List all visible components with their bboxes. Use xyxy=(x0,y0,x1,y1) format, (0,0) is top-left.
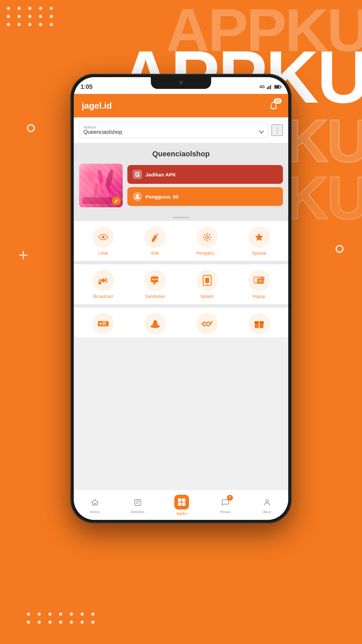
edit-icon xyxy=(150,232,160,242)
apk-icon xyxy=(133,170,142,179)
jadikan-apk-label: Jadikan APK xyxy=(145,172,176,177)
menu-grid-2: Broadcast xyxy=(79,270,283,299)
app-thumbnail[interactable] xyxy=(79,164,123,207)
settings-icon xyxy=(202,232,212,242)
svg-point-35 xyxy=(100,323,102,325)
jadikan-apk-button[interactable]: Jadikan APK xyxy=(127,165,283,184)
akun-nav-icon xyxy=(261,496,273,508)
sambutan-icon-circle xyxy=(144,270,166,291)
pencil-icon xyxy=(114,199,118,203)
status-icons: 4G xyxy=(259,85,282,89)
gift-icon-circle xyxy=(248,313,270,334)
svg-point-7 xyxy=(273,109,274,110)
pengatur-label: Pengatur... xyxy=(196,251,218,256)
menu-item-splash[interactable]: Splash xyxy=(183,270,231,299)
menu-section-2: Broadcast xyxy=(74,264,288,304)
app-card-title: Queenciaolshop xyxy=(79,150,283,158)
nav-item-home[interactable]: Home xyxy=(89,496,101,514)
decorative-plus-left: + xyxy=(18,248,32,262)
menu-item-broadcast[interactable]: Broadcast xyxy=(79,270,127,299)
more-options-button[interactable]: ⋮ xyxy=(272,124,283,136)
notification-badge: 22 xyxy=(274,98,282,104)
pesan-nav-label: Pesan xyxy=(220,510,230,514)
battery-icon xyxy=(274,85,282,89)
svg-point-19 xyxy=(102,236,105,238)
svg-rect-0 xyxy=(267,87,268,89)
svg-rect-28 xyxy=(205,278,209,283)
handshake-icon-circle xyxy=(196,313,218,334)
hat-icon xyxy=(150,319,161,328)
star-icon xyxy=(254,232,264,242)
menu-item-3-4[interactable] xyxy=(235,313,283,334)
menu-item-spesial[interactable]: Spesial xyxy=(235,226,283,256)
svg-rect-6 xyxy=(281,86,282,88)
lihat-label: Lihat xyxy=(98,251,108,256)
spesial-label: Spesial xyxy=(252,251,266,256)
app-selected-name: Queenciaolshop xyxy=(83,129,122,135)
nav-item-aktivitas[interactable]: Aktivitas xyxy=(131,496,144,514)
svg-rect-46 xyxy=(182,498,185,502)
app-selector-value: Queenciaolshop xyxy=(83,129,264,135)
hat-icon-circle xyxy=(144,313,166,334)
svg-point-26 xyxy=(156,279,158,280)
aktivitas-nav-label: Aktivitas xyxy=(131,510,144,514)
nav-item-appku[interactable]: AppKu xyxy=(174,495,189,516)
menu-item-popup[interactable]: Popup xyxy=(235,270,283,299)
app-logo: jagel.id xyxy=(82,101,112,111)
app-selector-dropdown[interactable]: Aplikasi Queenciaolshop xyxy=(79,122,268,138)
menu-item-3-2[interactable] xyxy=(131,313,179,334)
notification-button[interactable]: 22 xyxy=(267,99,280,112)
signal-bars-icon xyxy=(267,85,272,89)
svg-rect-37 xyxy=(102,323,106,324)
menu-item-lihat[interactable]: Lihat xyxy=(79,226,127,256)
pengguna-button[interactable]: Pengguna: 55 xyxy=(127,187,283,206)
phone-screen: 1:05 4G xyxy=(74,77,288,520)
menu-item-3-1[interactable] xyxy=(79,313,127,334)
svg-point-29 xyxy=(206,284,207,285)
app-selector-label: Aplikasi xyxy=(83,125,264,129)
ticket-icon-circle xyxy=(93,313,114,334)
svg-rect-5 xyxy=(275,86,280,88)
handshake-icon xyxy=(201,319,213,328)
aktivitas-nav-icon xyxy=(132,496,144,508)
menu-item-edit[interactable]: Edit xyxy=(131,226,179,256)
pesan-icon-wrapper: 7 xyxy=(219,496,231,508)
signal-4g-icon: 4G xyxy=(259,85,265,89)
pengguna-label: Pengguna: 55 xyxy=(145,194,178,200)
bg-dots-bottom xyxy=(27,612,97,624)
splash-icon-circle xyxy=(196,270,218,291)
svg-point-18 xyxy=(136,194,139,197)
gift-icon xyxy=(254,319,264,329)
menu-section-1: Lihat Edit xyxy=(74,221,288,261)
app-selector-bar: Aplikasi Queenciaolshop ⋮ xyxy=(74,117,288,143)
menu-grid-3 xyxy=(79,313,283,334)
svg-rect-38 xyxy=(102,324,106,325)
menu-section-3 xyxy=(74,308,288,337)
broadcast-icon xyxy=(98,275,109,285)
drag-handle-bar xyxy=(173,217,189,218)
bottom-nav: Home Aktivitas xyxy=(74,490,288,520)
svg-rect-22 xyxy=(99,282,101,284)
camera xyxy=(179,80,183,85)
svg-point-40 xyxy=(154,320,157,322)
phone-frame: 1:05 4G xyxy=(70,74,292,523)
menu-item-pengatur[interactable]: Pengatur... xyxy=(183,226,231,256)
drag-handle xyxy=(74,214,288,221)
status-time: 1:05 xyxy=(80,84,93,91)
home-nav-label: Home xyxy=(90,510,100,514)
svg-rect-21 xyxy=(104,279,106,282)
phone-notch xyxy=(151,77,211,89)
edit-thumbnail-button[interactable] xyxy=(112,197,121,205)
nav-item-akun[interactable]: Akun xyxy=(261,496,273,514)
svg-rect-33 xyxy=(258,279,263,283)
svg-point-25 xyxy=(154,279,156,280)
svg-point-49 xyxy=(266,500,268,502)
nav-item-pesan[interactable]: 7 Pesan xyxy=(219,496,231,514)
decorative-circle-left xyxy=(27,124,35,132)
akun-nav-label: Akun xyxy=(263,510,272,514)
home-nav-icon xyxy=(89,496,101,508)
menu-item-sambutan[interactable]: Sambutan xyxy=(131,270,179,299)
svg-rect-36 xyxy=(102,322,107,323)
menu-item-3-3[interactable] xyxy=(183,313,231,334)
svg-rect-15 xyxy=(136,173,139,174)
